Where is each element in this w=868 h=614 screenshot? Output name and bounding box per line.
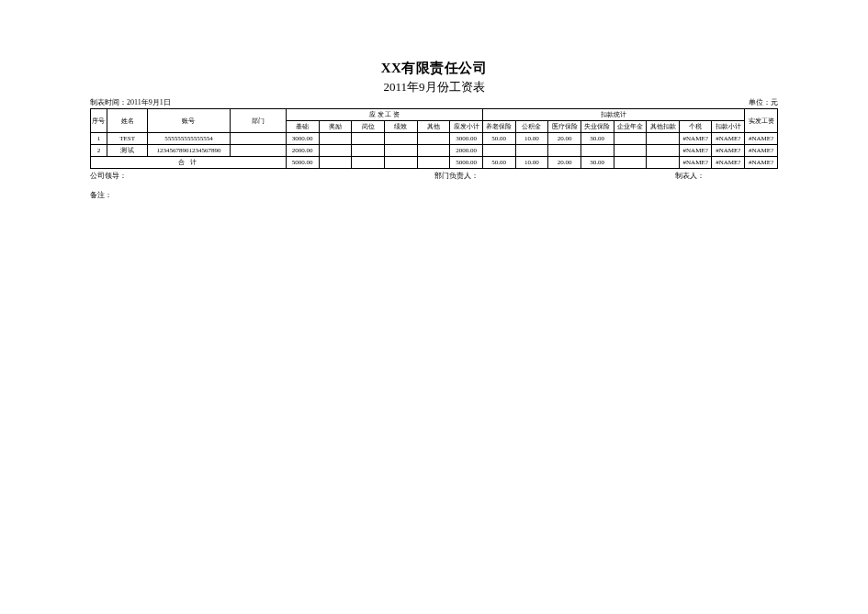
col-seq: 序号	[91, 109, 107, 133]
col-pension: 养老保险	[482, 121, 515, 133]
unit-label: 单位：	[749, 98, 771, 106]
col-perf: 绩效	[384, 121, 417, 133]
cell-dept	[230, 133, 286, 145]
total-tax: #NAME?	[679, 157, 712, 169]
col-account: 账号	[148, 109, 230, 133]
cell-seq: 2	[91, 145, 107, 157]
cell-pay-sub: 3000.00	[450, 133, 483, 145]
cell-net: #NAME?	[745, 145, 778, 157]
cell-bonus	[319, 145, 352, 157]
made-label: 制表时间：	[90, 98, 127, 106]
cell-annuity	[614, 133, 647, 145]
cell-base: 3000.00	[286, 133, 319, 145]
cell-unemp	[581, 145, 614, 157]
col-other-ded: 其他扣款	[647, 121, 680, 133]
cell-other-pay	[417, 133, 450, 145]
col-base: 基础	[286, 121, 319, 133]
signature-row: 公司领导： 部门负责人： 制表人：	[90, 171, 778, 181]
cell-tax: #NAME?	[679, 133, 712, 145]
total-row: 合 计 5000.00 5000.00 50.00 10.00 20.00 30…	[91, 157, 778, 169]
cell-other-ded	[647, 145, 680, 157]
col-annuity: 企业年金	[614, 121, 647, 133]
cell-pay-sub: 2000.00	[450, 145, 483, 157]
cell-fund	[515, 145, 548, 157]
header-row-1: 序号 姓名 账号 部门 应 发 工 资 扣款统计 实发工资	[91, 109, 778, 121]
col-unemp: 失业保险	[581, 121, 614, 133]
payroll-document: XX有限责任公司 2011年9月份工资表 制表时间：2011年9月1日 单位：元…	[0, 0, 868, 200]
payroll-table: 序号 姓名 账号 部门 应 发 工 资 扣款统计 实发工资 基础 奖励 岗位 绩…	[90, 108, 778, 169]
cell-bonus	[319, 133, 352, 145]
cell-medical	[548, 145, 581, 157]
cell-annuity	[614, 145, 647, 157]
preparer-sign: 制表人：	[675, 171, 778, 181]
col-fund: 公积金	[515, 121, 548, 133]
col-bonus: 奖励	[319, 121, 352, 133]
total-base: 5000.00	[286, 157, 319, 169]
col-net: 实发工资	[745, 109, 778, 133]
remark-label: 备注：	[90, 190, 778, 200]
total-unemp: 30.00	[581, 157, 614, 169]
leader-sign: 公司领导：	[90, 171, 434, 181]
table-row: 1 TEST 555555555555554 3000.00 3000.00 5…	[91, 133, 778, 145]
cell-perf	[384, 133, 417, 145]
cell-base: 2000.00	[286, 145, 319, 157]
cell-net: #NAME?	[745, 133, 778, 145]
total-pay-sub: 5000.00	[450, 157, 483, 169]
made-time: 制表时间：2011年9月1日	[90, 97, 171, 107]
unit-value: 元	[771, 98, 778, 106]
cell-seq: 1	[91, 133, 107, 145]
unit: 单位：元	[749, 97, 778, 107]
total-pension: 50.00	[482, 157, 515, 169]
cell-account: 12345678901234567890	[148, 145, 230, 157]
total-label: 合 计	[91, 157, 287, 169]
cell-pension: 50.00	[482, 133, 515, 145]
cell-fund: 10.00	[515, 133, 548, 145]
cell-pension	[482, 145, 515, 157]
cell-ded-sub: #NAME?	[712, 133, 745, 145]
cell-perf	[384, 145, 417, 157]
total-annuity	[614, 157, 647, 169]
col-post: 岗位	[352, 121, 385, 133]
cell-medical: 20.00	[548, 133, 581, 145]
cell-other-ded	[647, 133, 680, 145]
col-deduct-group: 扣款统计	[482, 109, 744, 121]
col-ded-sub: 扣款小计	[712, 121, 745, 133]
cell-tax: #NAME?	[679, 145, 712, 157]
dept-head-sign: 部门负责人：	[434, 171, 675, 181]
col-pay-sub: 应发小计	[450, 121, 483, 133]
cell-dept	[230, 145, 286, 157]
total-bonus	[319, 157, 352, 169]
company-title: XX有限责任公司	[90, 60, 778, 77]
col-medical: 医疗保险	[548, 121, 581, 133]
total-other-ded	[647, 157, 680, 169]
total-net: #NAME?	[745, 157, 778, 169]
meta-row: 制表时间：2011年9月1日 单位：元	[90, 97, 778, 107]
total-post	[352, 157, 385, 169]
col-tax: 个税	[679, 121, 712, 133]
report-title: 2011年9月份工资表	[90, 79, 778, 95]
col-name: 姓名	[107, 109, 148, 133]
cell-unemp: 30.00	[581, 133, 614, 145]
total-fund: 10.00	[515, 157, 548, 169]
total-ded-sub: #NAME?	[712, 157, 745, 169]
cell-account: 555555555555554	[148, 133, 230, 145]
cell-post	[352, 133, 385, 145]
total-perf	[384, 157, 417, 169]
col-pay-group: 应 发 工 资	[286, 109, 482, 121]
col-dept: 部门	[230, 109, 286, 133]
total-medical: 20.00	[548, 157, 581, 169]
cell-name: 测 试	[107, 145, 148, 157]
made-date: 2011年9月1日	[127, 98, 171, 106]
col-other-pay: 其他	[417, 121, 450, 133]
cell-other-pay	[417, 145, 450, 157]
table-row: 2 测 试 12345678901234567890 2000.00 2000.…	[91, 145, 778, 157]
cell-name: TEST	[107, 133, 148, 145]
total-other-pay	[417, 157, 450, 169]
cell-post	[352, 145, 385, 157]
cell-ded-sub: #NAME?	[712, 145, 745, 157]
